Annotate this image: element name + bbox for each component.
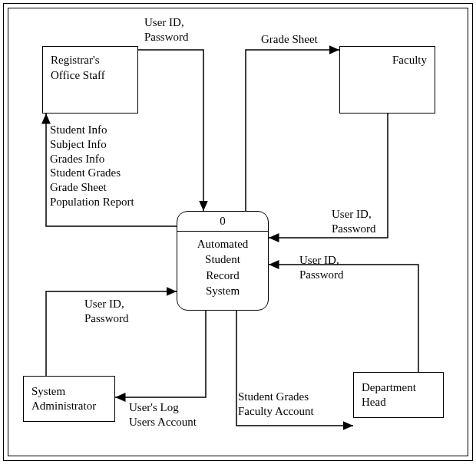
flow-label-registrar-in: User ID,Password — [144, 15, 189, 44]
process-id: 0 — [177, 212, 268, 232]
entity-faculty: Faculty — [339, 46, 435, 114]
flow-label-faculty-out: Grade Sheet — [261, 32, 318, 47]
flow-label-sysadmin-out: User's LogUsers Account — [129, 400, 197, 429]
entity-label: DepartmentHead — [362, 380, 416, 410]
entity-label: Faculty — [348, 53, 427, 68]
flow-label-sysadmin-in: User ID,Password — [84, 297, 129, 326]
dfd-canvas: Registrar'sOffice Staff Faculty SystemAd… — [0, 0, 476, 464]
entity-depthead: DepartmentHead — [353, 372, 444, 418]
entity-registrar: Registrar'sOffice Staff — [42, 46, 138, 114]
flow-label-registrar-out: Student InfoSubject InfoGrades InfoStude… — [50, 123, 134, 209]
process-central: 0 AutomatedStudentRecordSystem — [177, 211, 269, 311]
process-name: AutomatedStudentRecordSystem — [177, 232, 268, 303]
flow-label-depthead-out: Student GradesFaculty Account — [238, 390, 314, 419]
entity-label: SystemAdministrator — [31, 384, 96, 414]
flow-label-depthead-in: User ID,Password — [299, 253, 344, 282]
entity-label: Registrar'sOffice Staff — [51, 53, 105, 83]
entity-sysadmin: SystemAdministrator — [23, 376, 115, 422]
flow-label-faculty-in: User ID,Password — [332, 207, 376, 236]
